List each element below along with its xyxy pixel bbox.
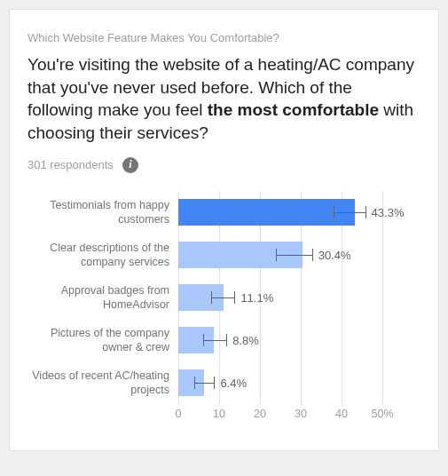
axis-tick: 30: [295, 408, 307, 420]
meta-row: 301 respondents i: [28, 157, 420, 173]
chart-row: Clear descriptions of the company servic…: [178, 239, 420, 271]
error-bar: [194, 377, 215, 389]
chart-row: Approval badges from HomeAdvisor11.1%: [178, 282, 420, 313]
bar-value-label: 6.4%: [220, 376, 247, 389]
bar-label: Approval badges from HomeAdvisor: [32, 282, 178, 312]
chart-bars: Testimonials from happy customers43.3%Cl…: [178, 191, 420, 404]
survey-card: Which Website Feature Makes You Comforta…: [9, 9, 439, 451]
respondents-count: 301 respondents: [28, 158, 114, 171]
axis-tick: 10: [213, 408, 225, 420]
bar-value-label: 11.1%: [240, 290, 273, 304]
error-bar: [276, 249, 312, 261]
bar-label: Pictures of the company owner & crew: [32, 325, 178, 354]
overline-text: Which Website Feature Makes You Comforta…: [28, 31, 420, 44]
bar-value-label: 30.4%: [318, 248, 351, 261]
chart-x-axis: 01020304050%: [178, 408, 420, 429]
axis-tick: 40: [335, 408, 348, 420]
error-bar: [211, 291, 236, 304]
info-icon[interactable]: i: [122, 157, 138, 173]
bar-value-label: 8.8%: [232, 333, 259, 346]
title-emphasis: the most comfortable: [208, 100, 379, 119]
chart-row: Testimonials from happy customers43.3%: [178, 196, 420, 228]
error-bar: [334, 206, 366, 218]
bar-value-label: 43.3%: [372, 205, 405, 218]
axis-tick: 0: [176, 408, 182, 420]
chart-plot-area: Testimonials from happy customers43.3%Cl…: [178, 191, 420, 404]
bar-label: Clear descriptions of the company servic…: [32, 240, 178, 269]
bar-label: Testimonials from happy customers: [32, 197, 178, 226]
error-bar: [203, 334, 228, 346]
bar: [178, 199, 355, 226]
chart-row: Pictures of the company owner & crew8.8%: [178, 324, 420, 356]
question-title: You're visiting the website of a heating…: [28, 53, 420, 145]
bar-chart: Testimonials from happy customers43.3%Cl…: [28, 191, 420, 429]
axis-tick: 20: [254, 408, 266, 420]
chart-row: Videos of recent AC/heating projects6.4%: [178, 367, 420, 399]
bar-label: Videos of recent AC/heating projects: [32, 368, 178, 397]
axis-tick: 50%: [371, 408, 393, 420]
